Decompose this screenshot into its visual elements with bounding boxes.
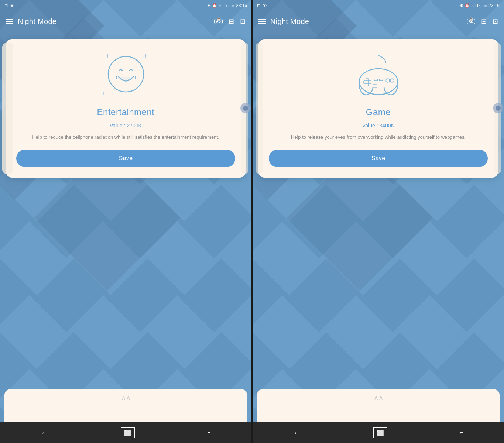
- scroll-dot-inner: [243, 106, 248, 111]
- right-phone-screen: ⊡ 👁 ✱ ⏰ ⌂ H↑↓ ▭ 23:16 Night Mode AD☕ ⊟ ⊡: [253, 0, 504, 443]
- right-save-button[interactable]: Save: [269, 150, 488, 167]
- svg-rect-7: [379, 79, 383, 81]
- svg-rect-3: [364, 81, 371, 84]
- screen-divider: [251, 0, 253, 443]
- status-right-icons: ✱ ⏰ ⌂ H↑↓ ▭ 23:16: [207, 3, 247, 8]
- right-card-value: Value : 3400K: [362, 123, 394, 128]
- left-scroll-indicator: [240, 103, 251, 113]
- svg-point-1: [359, 69, 398, 95]
- svg-rect-2: [366, 79, 369, 86]
- right-ad-icon[interactable]: AD☕: [467, 19, 475, 24]
- left-phone-screen: ⊡ 👁 ✱ ⏰ ⌂ H↑↓ ▭ 23:16 Night Mode AD☕ ⊟ ⊡: [0, 0, 251, 443]
- left-cards-area: + + +: [6, 39, 246, 178]
- right-back-button[interactable]: ←: [284, 426, 309, 440]
- battery-icon: ▭: [231, 4, 234, 8]
- svg-rect-6: [374, 79, 378, 81]
- right-home-button[interactable]: ⌐: [451, 426, 472, 439]
- right-settings-icon[interactable]: ⊟: [481, 17, 487, 25]
- right-gallery-icon: ⊡: [257, 3, 260, 8]
- plus-decoration-2: +: [144, 52, 148, 61]
- time-display: 23:16: [236, 3, 247, 8]
- left-ad-icon[interactable]: AD☕: [214, 19, 223, 24]
- right-bottom-panel: ∧∧: [257, 389, 500, 422]
- right-wifi-icon: ⌂: [471, 3, 474, 8]
- left-image-icon[interactable]: ⊡: [240, 17, 246, 25]
- left-status-bar: ⊡ 👁 ✱ ⏰ ⌂ H↑↓ ▭ 23:16: [0, 0, 251, 11]
- right-game-card: Game Value : 3400K Help to release your …: [258, 39, 498, 178]
- left-card-illustration: + + +: [100, 50, 152, 102]
- right-status-left-icons: ⊡ 👁: [257, 3, 267, 8]
- left-bottom-panel: ∧∧: [4, 389, 247, 422]
- right-card-description: Help to release your eyes from overworki…: [291, 134, 466, 141]
- right-recents-button[interactable]: ⬜: [373, 427, 387, 438]
- left-peek-card: [2, 43, 13, 174]
- right-bluetooth-icon: ✱: [460, 3, 463, 8]
- bluetooth-icon: ✱: [207, 3, 210, 8]
- left-chevron-up: ∧∧: [121, 394, 131, 402]
- left-nav-bar: ← ⬜ ⌐: [0, 422, 251, 443]
- gallery-icon: ⊡: [4, 3, 8, 8]
- eye-icon: 👁: [10, 3, 14, 8]
- left-menu-icon[interactable]: [6, 19, 13, 24]
- right-scroll-dot-inner: [496, 106, 501, 111]
- left-save-button[interactable]: Save: [16, 150, 235, 167]
- right-cards-area: Game Value : 3400K Help to release your …: [258, 39, 498, 178]
- game-icon: [353, 50, 404, 102]
- right-time-display: 23:16: [488, 3, 500, 8]
- signal-icon: H↑↓: [223, 3, 230, 8]
- left-card-description: Help to reduce the cellphone radiation w…: [32, 134, 219, 141]
- left-settings-icon[interactable]: ⊟: [229, 17, 234, 25]
- right-battery-icon: ▭: [484, 4, 487, 8]
- left-peek-right-screen: [256, 43, 263, 174]
- left-home-button[interactable]: ⌐: [198, 426, 219, 439]
- right-main-content: Game Value : 3400K Help to release your …: [253, 32, 504, 389]
- right-app-bar: Night Mode AD☕ ⊟ ⊡: [253, 11, 504, 32]
- right-status-bar: ⊡ 👁 ✱ ⏰ ⌂ H↑↓ ▭ 23:16: [253, 0, 504, 11]
- right-eye-icon: 👁: [263, 3, 267, 8]
- right-card-illustration: [353, 50, 404, 102]
- left-back-button[interactable]: ←: [32, 426, 57, 440]
- status-left-icons: ⊡ 👁: [4, 3, 14, 8]
- left-card-value: Value : 2700K: [110, 123, 142, 128]
- right-status-right-icons: ✱ ⏰ ⌂ H↑↓ ▭ 23:16: [460, 3, 500, 8]
- plus-decoration-1: +: [106, 52, 110, 61]
- right-card-title: Game: [366, 107, 391, 117]
- wifi-icon: ⌂: [219, 3, 221, 8]
- right-app-title: Night Mode: [270, 17, 462, 26]
- alarm-icon: ⏰: [212, 3, 217, 8]
- svg-point-0: [108, 56, 144, 92]
- svg-point-4: [386, 79, 390, 82]
- right-nav-bar: ← ⬜ ⌐: [253, 422, 504, 443]
- right-toolbar-icons: AD☕ ⊟ ⊡: [467, 17, 498, 25]
- left-app-title: Night Mode: [18, 17, 210, 26]
- left-toolbar-icons: AD☕ ⊟ ⊡: [214, 17, 246, 25]
- svg-point-5: [390, 79, 394, 82]
- plus-decoration-3: +: [102, 90, 105, 96]
- right-chevron-up: ∧∧: [374, 394, 383, 402]
- left-recents-button[interactable]: ⬜: [121, 427, 135, 438]
- right-image-icon[interactable]: ⊡: [493, 17, 498, 25]
- right-alarm-icon: ⏰: [464, 3, 470, 8]
- right-signal-icon: H↑↓: [475, 3, 482, 8]
- left-app-bar: Night Mode AD☕ ⊟ ⊡: [0, 11, 251, 32]
- right-scroll-indicator: [493, 103, 503, 113]
- left-card-title: Entertainment: [97, 107, 155, 117]
- left-entertainment-card: + + +: [6, 39, 246, 178]
- right-menu-icon[interactable]: [258, 19, 266, 24]
- left-main-content: + + +: [0, 32, 251, 389]
